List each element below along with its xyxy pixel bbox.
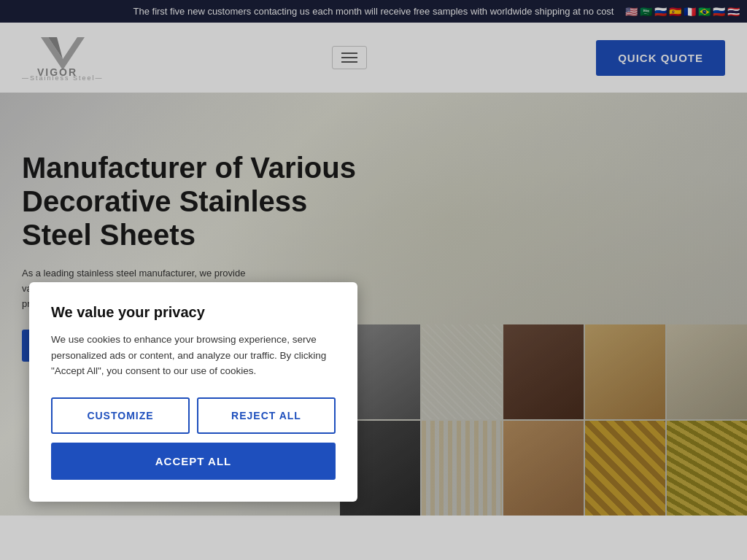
cookie-body: We use cookies to enhance your browsing … — [51, 332, 336, 379]
cookie-reject-button[interactable]: REJECT ALL — [197, 397, 336, 434]
cookie-customize-button[interactable]: CUSTOMIZE — [51, 397, 190, 434]
cookie-action-row: CUSTOMIZE REJECT ALL — [51, 397, 336, 434]
cookie-accept-button[interactable]: ACCEPT ALL — [51, 443, 336, 480]
cookie-modal: We value your privacy We use cookies to … — [29, 282, 357, 502]
cookie-title: We value your privacy — [51, 304, 336, 321]
